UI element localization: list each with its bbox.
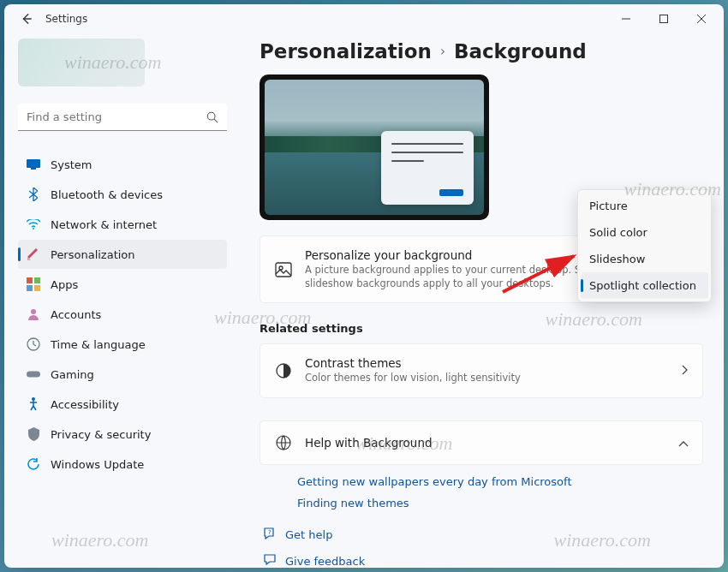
search-box bbox=[18, 104, 227, 131]
svg-rect-7 bbox=[27, 285, 33, 291]
search-input[interactable] bbox=[18, 104, 227, 131]
help-icon: ? bbox=[263, 527, 277, 543]
preview-dialog-button bbox=[439, 189, 463, 196]
sidebar-item-windows-update[interactable]: Windows Update bbox=[18, 450, 227, 479]
titlebar: Settings bbox=[4, 4, 724, 33]
dropdown-item-solid-color[interactable]: Solid color bbox=[581, 219, 708, 246]
windows-update-icon bbox=[27, 457, 40, 471]
nav-label: Apps bbox=[51, 278, 78, 291]
system-icon bbox=[27, 158, 40, 171]
gaming-icon bbox=[27, 367, 40, 381]
chevron-right-icon bbox=[682, 363, 689, 378]
desktop-preview bbox=[260, 74, 489, 220]
dropdown-item-slideshow[interactable]: Slideshow bbox=[581, 246, 708, 272]
chevron-up-icon bbox=[678, 435, 689, 450]
contrast-themes-card[interactable]: Contrast themes Color themes for low vis… bbox=[260, 343, 703, 398]
svg-text:?: ? bbox=[268, 528, 272, 535]
help-links: Getting new wallpapers every day from Mi… bbox=[260, 468, 703, 521]
help-with-background-card[interactable]: Help with Background bbox=[260, 420, 703, 465]
accessibility-icon bbox=[27, 397, 40, 411]
svg-point-4 bbox=[33, 228, 34, 229]
get-help-link[interactable]: ?Get help bbox=[263, 527, 703, 543]
maximize-button[interactable] bbox=[645, 5, 683, 33]
nav-label: Gaming bbox=[51, 368, 94, 381]
card-title: Help with Background bbox=[305, 436, 666, 450]
svg-rect-13 bbox=[276, 263, 291, 277]
feedback-icon bbox=[263, 553, 277, 568]
svg-rect-3 bbox=[31, 168, 36, 170]
user-card[interactable] bbox=[18, 39, 145, 86]
sidebar-item-personalization[interactable]: Personalization bbox=[18, 240, 227, 269]
card-desc: Color themes for low vision, light sensi… bbox=[305, 372, 670, 385]
time-language-icon bbox=[27, 337, 40, 351]
accounts-icon bbox=[27, 307, 40, 321]
related-settings-heading: Related settings bbox=[260, 322, 703, 335]
svg-point-14 bbox=[279, 266, 283, 270]
window-title: Settings bbox=[45, 13, 87, 25]
personalization-icon bbox=[27, 247, 40, 261]
chevron-right-icon: › bbox=[440, 44, 445, 59]
footer-link-label: Give feedback bbox=[285, 555, 365, 568]
sidebar-item-privacy[interactable]: Privacy & security bbox=[18, 420, 227, 449]
svg-rect-8 bbox=[34, 285, 40, 291]
nav-label: System bbox=[51, 158, 92, 171]
nav-label: Windows Update bbox=[51, 458, 144, 471]
sidebar-item-apps[interactable]: Apps bbox=[18, 270, 227, 299]
svg-rect-6 bbox=[34, 277, 40, 283]
nav-label: Accounts bbox=[51, 308, 101, 321]
settings-window: Settings System Bluetooth & devices Netw… bbox=[4, 4, 724, 568]
preview-dialog bbox=[381, 131, 474, 205]
svg-rect-2 bbox=[27, 159, 40, 168]
window-controls bbox=[607, 5, 720, 33]
privacy-icon bbox=[27, 427, 40, 441]
bluetooth-icon bbox=[27, 188, 40, 201]
sidebar: System Bluetooth & devices Network & int… bbox=[4, 33, 236, 568]
sidebar-item-accounts[interactable]: Accounts bbox=[18, 300, 227, 329]
maximize-icon bbox=[659, 15, 668, 23]
nav-label: Privacy & security bbox=[51, 428, 151, 441]
minimize-icon bbox=[622, 15, 630, 23]
footer-links: ?Get help Give feedback bbox=[260, 527, 703, 568]
nav-label: Personalization bbox=[51, 248, 135, 261]
nav-label: Bluetooth & devices bbox=[51, 188, 163, 201]
sidebar-nav: System Bluetooth & devices Network & int… bbox=[18, 150, 227, 479]
svg-rect-0 bbox=[660, 15, 668, 23]
give-feedback-link[interactable]: Give feedback bbox=[263, 553, 703, 568]
footer-link-label: Get help bbox=[285, 528, 332, 541]
help-link-wallpapers[interactable]: Getting new wallpapers every day from Mi… bbox=[297, 475, 703, 488]
background-type-dropdown: Picture Solid color Slideshow Spotlight … bbox=[577, 189, 712, 302]
dropdown-item-spotlight-collection[interactable]: Spotlight collection bbox=[581, 272, 708, 299]
svg-point-9 bbox=[31, 309, 36, 314]
breadcrumb-current: Background bbox=[454, 40, 587, 63]
close-icon bbox=[697, 15, 706, 23]
globe-icon bbox=[274, 433, 293, 452]
dropdown-item-picture[interactable]: Picture bbox=[581, 193, 708, 219]
network-icon bbox=[27, 217, 40, 231]
card-title: Contrast themes bbox=[305, 356, 670, 370]
contrast-icon bbox=[274, 361, 293, 380]
sidebar-item-network[interactable]: Network & internet bbox=[18, 210, 227, 239]
svg-rect-5 bbox=[27, 277, 33, 283]
apps-icon bbox=[27, 277, 40, 291]
svg-rect-11 bbox=[27, 371, 40, 377]
preview-wallpaper bbox=[265, 80, 484, 215]
close-button[interactable] bbox=[683, 5, 720, 33]
breadcrumb: Personalization › Background bbox=[260, 40, 703, 63]
minimize-button[interactable] bbox=[607, 5, 645, 33]
main-content: Personalization › Background Perso bbox=[236, 33, 724, 568]
svg-point-12 bbox=[32, 397, 35, 401]
back-button[interactable] bbox=[16, 9, 37, 29]
sidebar-item-system[interactable]: System bbox=[18, 150, 227, 179]
breadcrumb-parent[interactable]: Personalization bbox=[260, 40, 432, 63]
help-link-themes[interactable]: Finding new themes bbox=[297, 497, 703, 509]
back-arrow-icon bbox=[21, 13, 33, 25]
sidebar-item-bluetooth[interactable]: Bluetooth & devices bbox=[18, 180, 227, 209]
sidebar-item-gaming[interactable]: Gaming bbox=[18, 360, 227, 389]
nav-label: Accessibility bbox=[51, 398, 119, 411]
sidebar-item-time-language[interactable]: Time & language bbox=[18, 330, 227, 359]
svg-point-1 bbox=[207, 112, 215, 120]
picture-icon bbox=[274, 260, 293, 279]
nav-label: Network & internet bbox=[51, 218, 157, 231]
search-icon bbox=[206, 110, 218, 127]
sidebar-item-accessibility[interactable]: Accessibility bbox=[18, 390, 227, 419]
